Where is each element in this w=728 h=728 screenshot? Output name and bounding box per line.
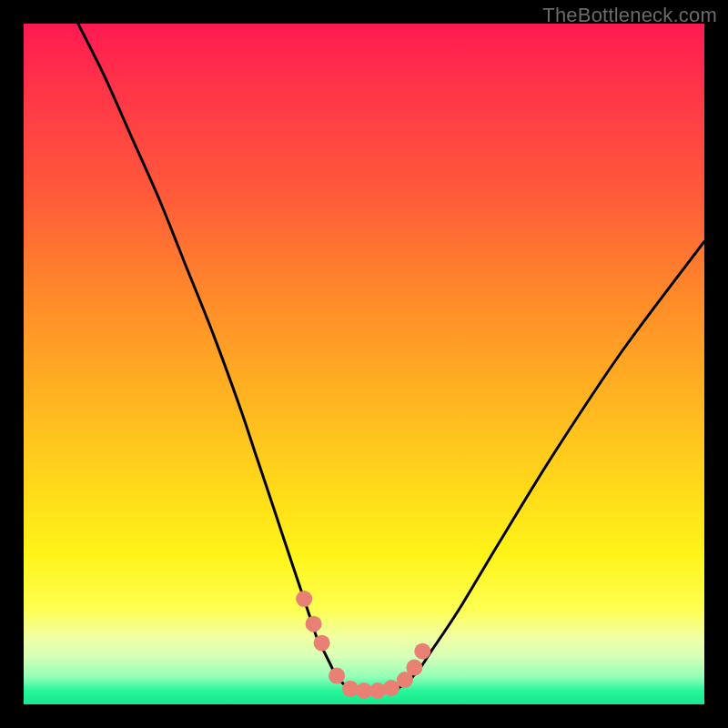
watermark-text: TheBottleneck.com <box>542 4 717 27</box>
chart-frame: TheBottleneck.com <box>0 0 728 728</box>
gradient-plot-area <box>24 24 704 704</box>
curve-highlight-markers <box>296 591 430 699</box>
highlight-dot <box>369 682 386 699</box>
highlight-dot <box>296 591 312 607</box>
curve-layer <box>24 24 704 704</box>
highlight-dot <box>329 668 345 684</box>
highlight-dot <box>414 643 430 660</box>
highlight-dot <box>406 660 422 676</box>
bottleneck-curve <box>78 24 704 692</box>
highlight-dot <box>383 680 399 696</box>
highlight-dot <box>306 616 322 632</box>
highlight-dot <box>314 635 330 652</box>
